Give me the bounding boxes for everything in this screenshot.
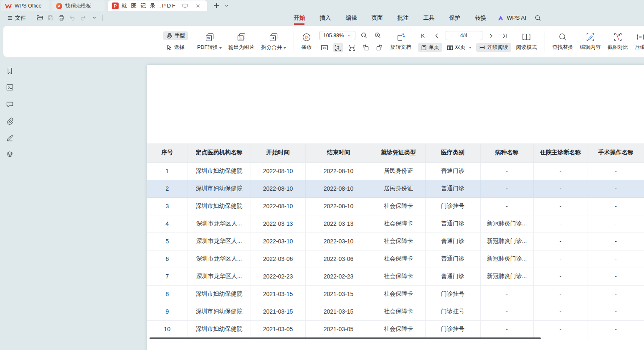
hand-tool-button[interactable]: 手型 (163, 31, 188, 40)
document-title: 就 医 记 录 .PDF (122, 2, 177, 10)
table-cell: 社会保障卡 (372, 268, 425, 285)
comment-icon[interactable] (5, 100, 14, 108)
quickbar-chevron-icon[interactable] (89, 13, 99, 23)
menu-tools[interactable]: 工具 (423, 13, 435, 23)
table-cell: 5 (147, 232, 188, 250)
edit-content-button[interactable]: 编辑内容 (577, 31, 604, 53)
select-tool-button[interactable]: 选择 (163, 43, 188, 52)
screenshot-compare-button[interactable]: 截图对比 (604, 31, 632, 53)
menu-edit[interactable]: 编辑 (345, 13, 357, 23)
redo-button[interactable] (78, 13, 89, 23)
record-table-body: 1深圳市妇幼保健院2022-08-102022-08-10居民身份证普通门诊--… (147, 162, 644, 338)
rotate-document-label: 旋转文档 (390, 44, 411, 51)
wps-ai-label: WPS AI (507, 15, 526, 21)
table-cell: 普通门诊 (425, 250, 480, 268)
table-cell: - (588, 180, 644, 197)
tab-document-active[interactable]: P 就 医 记 录 .PDF (108, 0, 207, 11)
compress-label: 压缩 (635, 44, 644, 51)
menu-search-icon[interactable] (535, 15, 541, 21)
tab-docer[interactable]: 找稻壳模板 (52, 0, 105, 11)
table-row: 3深圳市妇幼保健院2022-08-102022-08-10社会保障卡门诊挂号--… (147, 197, 644, 215)
docer-icon (56, 3, 62, 9)
zoom-in-button[interactable] (373, 31, 383, 40)
find-replace-button[interactable]: 查找替换 (549, 31, 577, 53)
compress-button[interactable]: 压缩 (632, 31, 644, 53)
table-cell: 2022-03-06 (251, 250, 305, 268)
table-cell: 2022-03-13 (305, 215, 372, 232)
split-merge-button[interactable]: 拆分合并 (258, 31, 289, 53)
play-button[interactable]: 播放 (298, 31, 315, 53)
tab-label: WPS Office (15, 3, 41, 9)
single-page-button[interactable]: 单页 (418, 43, 442, 52)
table-cell: 社会保障卡 (372, 250, 425, 268)
table-cell: 2021-03-15 (305, 303, 372, 320)
wps-ai-button[interactable]: WPS AI (497, 15, 526, 21)
next-page-button[interactable] (486, 31, 496, 40)
signature-icon[interactable] (5, 134, 14, 141)
table-cell: 2021-03-15 (251, 303, 305, 320)
continuous-read-button[interactable]: 连续阅读 (476, 43, 511, 52)
zoom-level-input[interactable]: 105.88% (319, 31, 355, 40)
menu-page[interactable]: 页面 (371, 13, 383, 23)
new-tab-button[interactable] (211, 0, 221, 11)
first-page-button[interactable] (418, 31, 428, 40)
rotate-left-button[interactable] (361, 43, 371, 52)
rotate-document-button[interactable]: 旋转文档 (387, 31, 415, 53)
save-button[interactable] (45, 13, 56, 23)
menu-insert[interactable]: 插入 (319, 13, 331, 23)
table-cell: 2022-02-23 (305, 268, 372, 285)
attachment-icon[interactable] (5, 117, 14, 125)
edit-content-icon (586, 32, 595, 42)
table-cell: - (588, 162, 644, 180)
rotate-right-button[interactable] (375, 43, 385, 52)
table-cell: - (588, 320, 644, 338)
table-cell: 门诊挂号 (425, 197, 480, 215)
table-cell: 深圳市妇幼保健院 (188, 162, 251, 180)
table-cell: 深圳市妇幼保健院 (188, 303, 251, 320)
table-cell: 2022-08-10 (251, 180, 305, 197)
print-button[interactable] (56, 13, 67, 23)
select-tool-label: 选择 (174, 44, 185, 51)
table-cell: - (480, 303, 533, 320)
bookmark-icon[interactable] (5, 67, 14, 74)
tab-wps-office[interactable]: WPS Office (1, 0, 49, 11)
wps-ai-logo-icon (497, 15, 504, 21)
read-mode-button[interactable]: 阅读模式 (513, 31, 540, 53)
read-mode-label: 阅读模式 (516, 44, 537, 51)
fit-page-button[interactable] (333, 43, 343, 52)
last-page-button[interactable] (500, 31, 510, 40)
export-image-button[interactable]: 输出为图片 (225, 31, 258, 53)
tab-list-chevron-icon[interactable] (221, 0, 231, 11)
zoom-out-button[interactable] (359, 31, 369, 40)
table-row: 8深圳市妇幼保健院2021-03-152021-03-15社会保障卡门诊挂号--… (147, 285, 644, 303)
thumbnail-icon[interactable] (5, 84, 14, 91)
tab-close-icon[interactable] (193, 3, 203, 8)
double-page-button[interactable]: 双页 (444, 43, 474, 52)
prev-page-button[interactable] (432, 31, 442, 40)
table-cell: 居民身份证 (372, 180, 425, 197)
menu-start[interactable]: 开始 (293, 13, 305, 23)
menu-protect[interactable]: 保护 (449, 13, 461, 23)
pdf-page[interactable]: 序号 定点医药机构名称 开始时间 结束时间 就诊凭证类型 医疗类别 病种名称 住… (147, 65, 644, 350)
page-indicator-input[interactable]: 4/4 (446, 31, 482, 40)
menu-annotate[interactable]: 批注 (397, 13, 409, 23)
col-header-medical-category: 医疗类别 (425, 143, 480, 162)
ribbon-toolbar: 手型 选择 PDF转换 输出为图片 拆分合并 播放 (3, 26, 644, 57)
undo-button[interactable] (67, 13, 78, 23)
table-cell: - (533, 250, 588, 268)
tab-monitor-icon[interactable] (180, 3, 190, 9)
continuous-read-label: 连续阅读 (487, 44, 508, 51)
fit-width-button[interactable] (347, 43, 357, 52)
actual-size-button[interactable]: 1:1 (319, 43, 330, 52)
table-cell: 2022-08-10 (251, 197, 305, 215)
pdf-convert-button[interactable]: PDF转换 (194, 31, 225, 53)
table-cell: 门诊挂号 (425, 285, 480, 303)
menu-convert[interactable]: 转换 (474, 13, 487, 23)
layers-icon[interactable] (5, 151, 14, 158)
hand-tool-label: 手型 (175, 32, 185, 39)
table-row: 7深圳市龙华区人...2022-02-232022-02-23社会保障卡普通门诊… (147, 268, 644, 285)
embedded-horizontal-scrollbar[interactable] (150, 337, 541, 339)
open-folder-button[interactable] (34, 13, 45, 23)
file-menu-button[interactable]: 文件 (5, 13, 28, 23)
table-row: 9深圳市妇幼保健院2021-03-152021-03-15社会保障卡门诊挂号--… (147, 303, 644, 320)
